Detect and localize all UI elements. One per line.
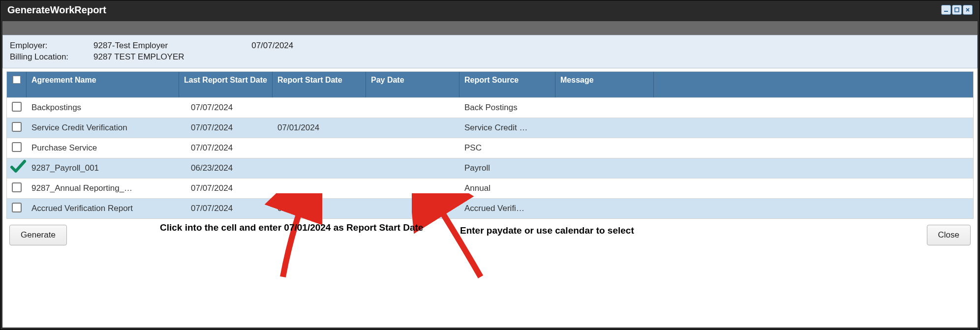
col-report-source[interactable]: Report Source — [459, 72, 555, 97]
pay-date-cell[interactable] — [366, 138, 459, 158]
report-source-cell: Annual — [459, 179, 555, 198]
header-checkbox-cell — [7, 72, 27, 97]
report-source-cell: Back Postings — [459, 98, 555, 118]
work-report-grid: Agreement Name Last Report Start Date Re… — [6, 71, 974, 219]
window-title: GenerateWorkReport — [7, 4, 106, 16]
table-row: 9287_Payroll_00106/23/2024Payroll — [7, 158, 973, 178]
svg-rect-1 — [955, 8, 959, 12]
header-date: 07/07/2024 — [251, 40, 293, 52]
maximize-button[interactable] — [952, 5, 962, 15]
last-report-cell: 07/07/2024 — [179, 118, 273, 138]
toolbar-strip — [2, 21, 978, 35]
last-report-cell: 07/07/2024 — [179, 138, 273, 158]
agreement-name-cell: Purchase Service — [27, 138, 179, 158]
report-start-cell[interactable]: 07/01/2024 — [273, 118, 366, 138]
close-button[interactable]: Close — [927, 225, 971, 245]
report-start-cell[interactable] — [273, 98, 366, 118]
pay-date-cell[interactable] — [366, 98, 459, 118]
table-row: 9287_Annual Reporting_…07/07/2024Annual — [7, 178, 973, 198]
row-checkbox[interactable] — [12, 102, 22, 112]
col-report-start[interactable]: Report Start Date — [273, 72, 366, 97]
annotation-pay-date: Enter paydate or use calendar to select — [460, 225, 634, 237]
row-checkbox[interactable] — [12, 142, 22, 152]
row-checkbox-cell — [7, 118, 27, 138]
table-row: Purchase Service07/07/2024PSC — [7, 138, 973, 158]
title-bar: GenerateWorkReport — [0, 0, 980, 19]
row-checkbox-cell — [7, 199, 27, 218]
col-spacer — [654, 72, 973, 97]
pay-date-cell[interactable] — [366, 179, 459, 198]
minimize-button[interactable] — [941, 5, 951, 15]
billing-label: Billing Location: — [10, 52, 93, 63]
row-checkbox[interactable] — [12, 182, 22, 192]
report-start-cell[interactable] — [273, 179, 366, 198]
svg-rect-0 — [944, 11, 948, 12]
grid-header: Agreement Name Last Report Start Date Re… — [7, 72, 973, 97]
report-source-cell: Payroll — [459, 158, 555, 178]
last-report-cell: 07/07/2024 — [179, 179, 273, 198]
billing-value: 9287 TEST EMPLOYER — [93, 52, 184, 63]
content-area: Employer: 9287-Test Employer 07/07/2024 … — [2, 21, 978, 328]
col-last-report[interactable]: Last Report Start Date — [179, 72, 273, 97]
last-report-cell: 06/23/2024 — [179, 158, 273, 178]
window-frame: GenerateWorkReport Employer: 9287-Test E… — [0, 0, 980, 330]
generate-button[interactable]: Generate — [9, 225, 67, 245]
header-panel: Employer: 9287-Test Employer 07/07/2024 … — [2, 35, 978, 68]
employer-value: 9287-Test Employer — [93, 40, 168, 52]
close-window-button[interactable] — [963, 5, 973, 15]
message-cell — [555, 138, 654, 158]
report-source-cell: Accrued Verifi… — [459, 199, 555, 218]
message-cell — [555, 98, 654, 118]
row-checkbox[interactable] — [12, 122, 22, 132]
message-cell — [555, 199, 654, 218]
pay-date-cell[interactable] — [366, 199, 459, 218]
agreement-name-cell: Accrued Verification Report — [27, 199, 179, 218]
message-cell — [555, 179, 654, 198]
table-row: Backpostings07/07/2024Back Postings — [7, 97, 973, 118]
col-agreement-name[interactable]: Agreement Name — [27, 72, 179, 97]
row-checkbox[interactable] — [12, 203, 22, 212]
annotation-report-start: Click into the cell and enter 07/01/2024… — [160, 222, 423, 234]
footer: Generate Click into the cell and enter 0… — [2, 219, 978, 245]
agreement-name-cell: Service Credit Verification — [27, 118, 179, 138]
window-controls — [941, 5, 973, 15]
col-pay-date[interactable]: Pay Date — [366, 72, 459, 97]
table-row: Service Credit Verification07/07/202407/… — [7, 118, 973, 138]
last-report-cell: 07/07/2024 — [179, 199, 273, 218]
row-checkbox[interactable] — [12, 162, 22, 172]
row-checkbox-cell — [7, 98, 27, 118]
table-row: Accrued Verification Report07/07/202407/… — [7, 198, 973, 218]
last-report-cell: 07/07/2024 — [179, 98, 273, 118]
agreement-name-cell: Backpostings — [27, 98, 179, 118]
report-source-cell: Service Credit … — [459, 118, 555, 138]
agreement-name-cell: 9287_Annual Reporting_… — [27, 179, 179, 198]
message-cell — [555, 158, 654, 178]
pay-date-cell[interactable] — [366, 118, 459, 138]
message-cell — [555, 118, 654, 138]
report-start-cell[interactable]: 07/01/2024 — [273, 199, 366, 218]
col-message[interactable]: Message — [555, 72, 654, 97]
row-checkbox-cell — [7, 138, 27, 158]
agreement-name-cell: 9287_Payroll_001 — [27, 158, 179, 178]
row-checkbox-cell — [7, 158, 27, 178]
employer-label: Employer: — [10, 40, 93, 52]
report-start-cell[interactable] — [273, 138, 366, 158]
select-all-checkbox[interactable] — [13, 76, 21, 84]
report-start-cell[interactable] — [273, 158, 366, 178]
report-source-cell: PSC — [459, 138, 555, 158]
pay-date-cell[interactable] — [366, 158, 459, 178]
row-checkbox-cell — [7, 179, 27, 198]
